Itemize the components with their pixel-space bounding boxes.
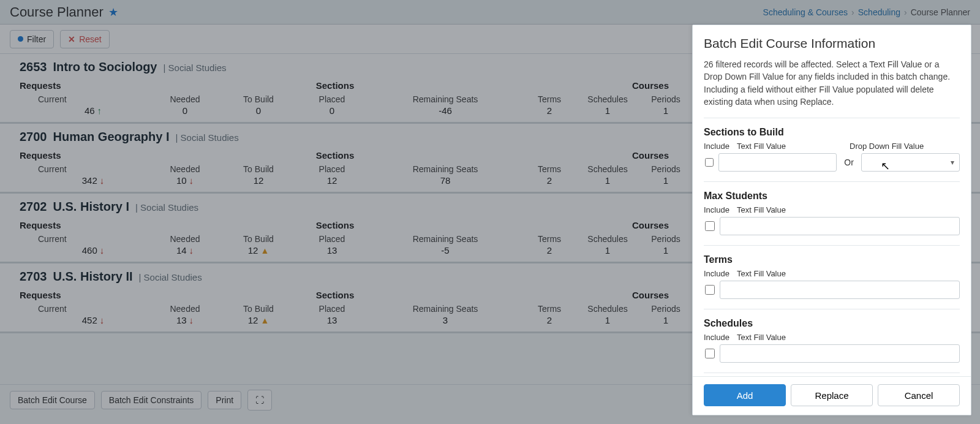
add-button[interactable]: Add bbox=[704, 384, 786, 406]
text-fill-label: Text Fill Value bbox=[737, 142, 845, 151]
include-label: Include bbox=[704, 205, 732, 214]
include-checkbox[interactable] bbox=[705, 157, 714, 167]
panel-section: Max Students Include Text Fill Value bbox=[704, 181, 960, 245]
panel-title: Batch Edit Course Information bbox=[704, 36, 960, 51]
text-fill-label: Text Fill Value bbox=[737, 205, 960, 214]
section-title: Schedules bbox=[704, 318, 960, 329]
section-title: Max Students bbox=[704, 191, 960, 202]
text-fill-input[interactable] bbox=[720, 344, 960, 363]
section-title: Sections to Build bbox=[704, 127, 960, 138]
replace-button[interactable]: Replace bbox=[791, 384, 873, 406]
include-checkbox[interactable] bbox=[705, 349, 715, 358]
panel-section: Schedules Include Text Fill Value bbox=[704, 309, 960, 373]
drop-fill-label: Drop Down Fill Value bbox=[850, 142, 960, 151]
panel-description: 26 filtered records will be affected. Se… bbox=[704, 58, 960, 108]
include-label: Include bbox=[704, 142, 732, 151]
or-label: Or bbox=[842, 157, 856, 167]
cancel-button[interactable]: Cancel bbox=[878, 384, 960, 406]
include-label: Include bbox=[704, 333, 732, 342]
text-fill-label: Text Fill Value bbox=[737, 269, 960, 278]
text-fill-input[interactable] bbox=[720, 217, 960, 235]
panel-section: Terms Include Text Fill Value bbox=[704, 245, 960, 309]
batch-edit-panel: Batch Edit Course Information 26 filtere… bbox=[692, 25, 971, 415]
text-fill-input[interactable] bbox=[718, 153, 837, 172]
section-title: Terms bbox=[704, 254, 960, 265]
include-label: Include bbox=[704, 269, 732, 278]
include-checkbox[interactable] bbox=[705, 285, 715, 295]
text-fill-label: Text Fill Value bbox=[737, 333, 960, 342]
panel-section: Sections to Build Include Text Fill Valu… bbox=[704, 118, 960, 181]
text-fill-input[interactable] bbox=[720, 281, 960, 299]
drop-down-fill-select[interactable] bbox=[861, 153, 960, 172]
include-checkbox[interactable] bbox=[705, 221, 715, 231]
